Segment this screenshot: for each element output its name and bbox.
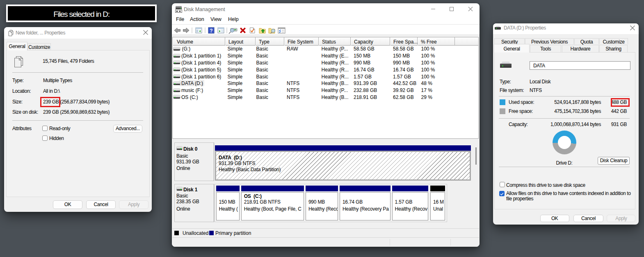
svg-text:?: ?	[210, 28, 212, 34]
